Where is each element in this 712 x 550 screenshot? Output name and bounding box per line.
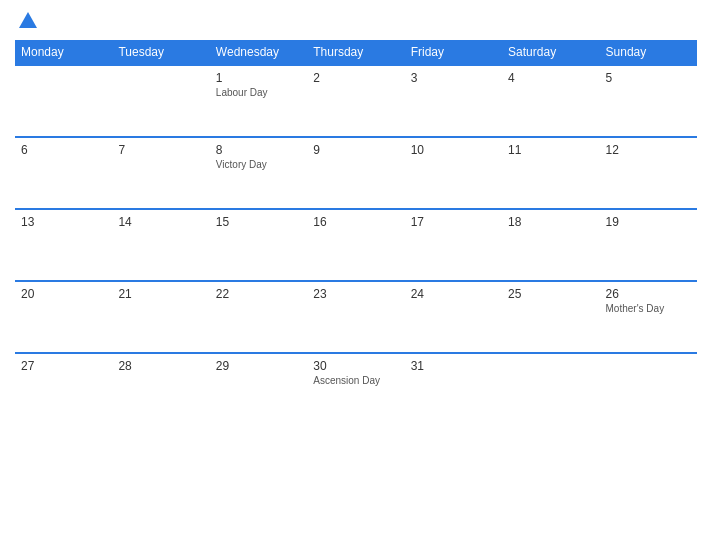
calendar-cell: 17	[405, 209, 502, 281]
calendar-cell: 18	[502, 209, 599, 281]
day-number: 31	[411, 359, 496, 373]
day-number: 19	[606, 215, 691, 229]
day-number: 25	[508, 287, 593, 301]
day-number: 1	[216, 71, 301, 85]
holiday-label: Labour Day	[216, 87, 301, 98]
day-number: 26	[606, 287, 691, 301]
calendar-cell: 8Victory Day	[210, 137, 307, 209]
weekday-header-friday: Friday	[405, 40, 502, 65]
calendar-cell: 7	[112, 137, 209, 209]
calendar-cell: 27	[15, 353, 112, 425]
day-number: 21	[118, 287, 203, 301]
calendar-cell	[15, 65, 112, 137]
weekday-header-tuesday: Tuesday	[112, 40, 209, 65]
day-number: 24	[411, 287, 496, 301]
calendar-cell: 26Mother's Day	[600, 281, 697, 353]
holiday-label: Victory Day	[216, 159, 301, 170]
calendar-cell: 5	[600, 65, 697, 137]
calendar-week-2: 13141516171819	[15, 209, 697, 281]
calendar-cell: 24	[405, 281, 502, 353]
day-number: 11	[508, 143, 593, 157]
weekday-header-sunday: Sunday	[600, 40, 697, 65]
calendar-cell: 12	[600, 137, 697, 209]
day-number: 5	[606, 71, 691, 85]
day-number: 20	[21, 287, 106, 301]
day-number: 12	[606, 143, 691, 157]
day-number: 4	[508, 71, 593, 85]
calendar-cell: 1Labour Day	[210, 65, 307, 137]
weekday-header-saturday: Saturday	[502, 40, 599, 65]
calendar-header: MondayTuesdayWednesdayThursdayFridaySatu…	[15, 40, 697, 65]
calendar-cell: 9	[307, 137, 404, 209]
calendar-cell: 23	[307, 281, 404, 353]
header	[15, 10, 697, 32]
calendar-cell: 6	[15, 137, 112, 209]
day-number: 10	[411, 143, 496, 157]
calendar-cell: 28	[112, 353, 209, 425]
calendar-cell	[502, 353, 599, 425]
calendar-cell: 29	[210, 353, 307, 425]
day-number: 7	[118, 143, 203, 157]
calendar-cell	[600, 353, 697, 425]
calendar-body: 1Labour Day2345678Victory Day91011121314…	[15, 65, 697, 425]
calendar-cell: 25	[502, 281, 599, 353]
logo	[15, 10, 39, 32]
day-number: 23	[313, 287, 398, 301]
day-number: 30	[313, 359, 398, 373]
day-number: 14	[118, 215, 203, 229]
holiday-label: Ascension Day	[313, 375, 398, 386]
weekday-header-wednesday: Wednesday	[210, 40, 307, 65]
weekday-header-thursday: Thursday	[307, 40, 404, 65]
calendar-cell: 3	[405, 65, 502, 137]
calendar-table: MondayTuesdayWednesdayThursdayFridaySatu…	[15, 40, 697, 425]
day-number: 2	[313, 71, 398, 85]
day-number: 17	[411, 215, 496, 229]
calendar-cell: 14	[112, 209, 209, 281]
weekday-header-monday: Monday	[15, 40, 112, 65]
calendar-cell: 19	[600, 209, 697, 281]
calendar-cell: 16	[307, 209, 404, 281]
calendar-week-0: 1Labour Day2345	[15, 65, 697, 137]
calendar-week-3: 20212223242526Mother's Day	[15, 281, 697, 353]
calendar-cell: 21	[112, 281, 209, 353]
calendar-cell: 30Ascension Day	[307, 353, 404, 425]
day-number: 9	[313, 143, 398, 157]
day-number: 8	[216, 143, 301, 157]
svg-marker-0	[19, 12, 37, 28]
day-number: 3	[411, 71, 496, 85]
day-number: 6	[21, 143, 106, 157]
calendar-cell: 20	[15, 281, 112, 353]
calendar-week-1: 678Victory Day9101112	[15, 137, 697, 209]
day-number: 16	[313, 215, 398, 229]
day-number: 29	[216, 359, 301, 373]
calendar-cell: 15	[210, 209, 307, 281]
day-number: 22	[216, 287, 301, 301]
logo-icon	[17, 10, 39, 32]
day-number: 13	[21, 215, 106, 229]
holiday-label: Mother's Day	[606, 303, 691, 314]
calendar-cell	[112, 65, 209, 137]
calendar-cell: 11	[502, 137, 599, 209]
calendar-cell: 13	[15, 209, 112, 281]
calendar-cell: 4	[502, 65, 599, 137]
weekday-header-row: MondayTuesdayWednesdayThursdayFridaySatu…	[15, 40, 697, 65]
calendar-cell: 2	[307, 65, 404, 137]
calendar-cell: 31	[405, 353, 502, 425]
calendar-week-4: 27282930Ascension Day31	[15, 353, 697, 425]
day-number: 18	[508, 215, 593, 229]
page: MondayTuesdayWednesdayThursdayFridaySatu…	[0, 0, 712, 550]
day-number: 27	[21, 359, 106, 373]
day-number: 15	[216, 215, 301, 229]
calendar-cell: 22	[210, 281, 307, 353]
calendar-cell: 10	[405, 137, 502, 209]
day-number: 28	[118, 359, 203, 373]
